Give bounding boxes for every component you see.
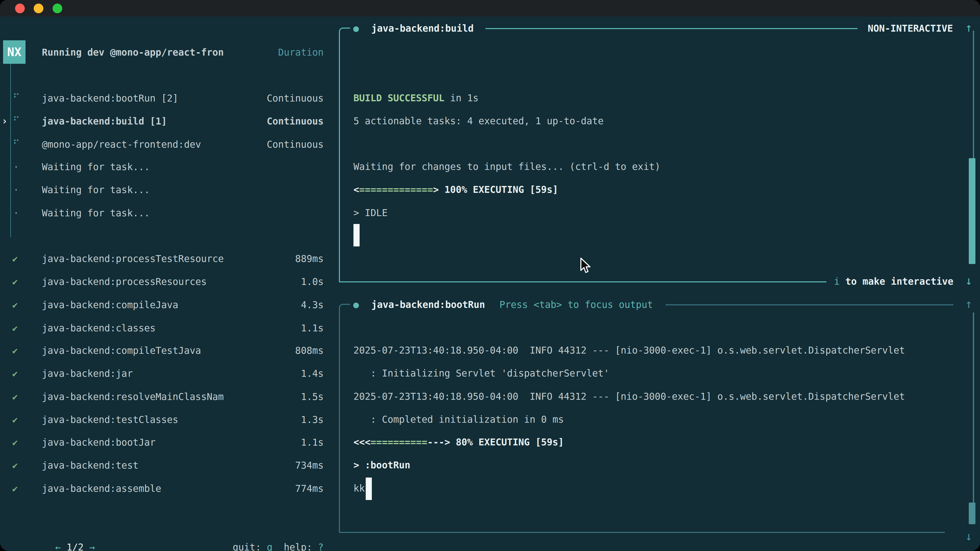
task-duration: 734ms xyxy=(295,460,324,471)
progress-bar-fill: ========== xyxy=(371,437,428,448)
task-row-build-selected[interactable]: › ⠋ java-backend:build [1] Continuous xyxy=(0,110,339,133)
check-icon: ✔ xyxy=(12,300,18,310)
completed-task-row[interactable]: ✔ java-backend:assemble 774ms xyxy=(0,477,339,500)
waiting-bullet-icon: · xyxy=(13,184,19,195)
task-name: java-backend:processResources xyxy=(42,276,207,287)
waiting-task-row: · Waiting for task... xyxy=(0,202,339,224)
task-row-bootrun[interactable]: ⠋ java-backend:bootRun [2] Continuous xyxy=(0,87,339,110)
quit-label: quit: xyxy=(233,542,261,551)
waiting-label: Waiting for task... xyxy=(42,184,150,195)
task-row-frontend-dev[interactable]: ⠋ @mono-app/react-frontend:dev Continuou… xyxy=(0,133,339,156)
page-indicator: 1/2 xyxy=(67,542,84,551)
bottom-pane-status-dot: ● xyxy=(353,298,359,311)
quit-key[interactable]: q xyxy=(267,542,272,551)
check-icon: ✔ xyxy=(12,323,18,333)
task-duration: 1.1s xyxy=(301,323,324,333)
bootrun-progress-line: <<<==========---> 80% EXECUTING [59s] xyxy=(353,436,564,449)
check-icon: ✔ xyxy=(12,414,18,425)
completed-task-row[interactable]: ✔ java-backend:testClasses 1.3s xyxy=(0,408,339,431)
bootrun-prompt-line: > :bootRun xyxy=(353,459,410,472)
completed-task-row[interactable]: ✔ java-backend:compileJava 4.3s xyxy=(0,293,339,316)
actionable-tasks-line: 5 actionable tasks: 4 executed, 1 up-to-… xyxy=(353,114,604,128)
log-line: 2025-07-23T13:40:18.950-04:00 INFO 44312… xyxy=(353,344,905,357)
top-pane-title[interactable]: java-backend:build xyxy=(371,22,474,35)
task-name: @mono-app/react-frontend:dev xyxy=(42,139,201,150)
check-icon: ✔ xyxy=(12,460,18,471)
idle-line: > IDLE xyxy=(353,206,388,220)
bottom-pane-scrollbar-thumb[interactable] xyxy=(969,503,975,524)
task-status: Continuous xyxy=(267,139,324,150)
page-indicator xyxy=(61,542,67,551)
task-name: java-backend:assemble xyxy=(42,483,161,494)
completed-task-row[interactable]: ✔ java-backend:jar 1.4s xyxy=(0,362,339,385)
top-pane-scroll-up-icon[interactable]: ↑ xyxy=(965,21,972,34)
task-name: java-backend:testClasses xyxy=(42,414,178,425)
waiting-bullet-icon: · xyxy=(13,162,19,172)
spinner-icon: ⠋ xyxy=(13,116,20,125)
top-pane-header-line xyxy=(485,28,858,29)
bottom-pane-left-border xyxy=(339,313,340,532)
interactive-hint-key[interactable]: i xyxy=(834,276,840,287)
zoom-button[interactable] xyxy=(52,3,62,13)
top-pane-scrollbar-thumb[interactable] xyxy=(969,158,975,264)
bottom-pane-scrollbar-track[interactable] xyxy=(973,313,974,503)
check-icon: ✔ xyxy=(12,276,18,287)
focus-output-hint: Press <tab> to focus output xyxy=(500,298,653,311)
top-pane-mode-badge: NON-INTERACTIVE xyxy=(868,22,953,35)
spinner-icon: ⠋ xyxy=(13,139,20,148)
build-progress-line: <=============> 100% EXECUTING [59s] xyxy=(353,183,558,197)
completed-task-row[interactable]: ✔ java-backend:resolveMainClassNam 1.5s xyxy=(0,385,339,408)
build-result-line: BUILD SUCCESSFUL in 1s xyxy=(353,92,479,105)
top-pane-scroll-down-icon[interactable]: ↓ xyxy=(965,274,972,287)
top-pane-scrollbar-track[interactable] xyxy=(973,30,974,158)
terminal-cursor xyxy=(366,478,372,500)
completed-task-row[interactable]: ✔ java-backend:test 734ms xyxy=(0,454,339,477)
task-duration: 889ms xyxy=(295,253,324,264)
task-name: java-backend:processTestResource xyxy=(42,253,224,264)
task-duration: 1.3s xyxy=(301,414,324,425)
log-line-wrap: : Completed initialization in 0 ms xyxy=(353,413,564,426)
completed-task-row[interactable]: ✔ java-backend:classes 1.1s xyxy=(0,317,339,340)
minimize-button[interactable] xyxy=(34,3,43,13)
help-key[interactable]: ? xyxy=(318,542,324,551)
task-status: Continuous xyxy=(267,116,324,127)
check-icon: ✔ xyxy=(12,483,18,494)
interactive-hint: i to make interactive xyxy=(834,275,953,288)
duration-column-header: Duration xyxy=(278,47,324,58)
build-successful-text: BUILD SUCCESSFUL xyxy=(353,93,444,103)
bottom-pane-header-line xyxy=(666,304,953,305)
sidebar-footer: ← 1/2 → quit: q help: ? xyxy=(0,523,339,546)
bottom-pane-corner xyxy=(339,304,350,315)
sidebar-header: Running dev @mono-app/react-fron Duratio… xyxy=(0,41,339,64)
spinner-icon: ⠋ xyxy=(13,93,20,102)
top-pane-status-dot: ● xyxy=(353,22,359,35)
log-line-wrap: : Initializing Servlet 'dispatcherServle… xyxy=(353,367,609,380)
nx-tui-app: NX Running dev @mono-app/react-fron Dura… xyxy=(0,17,980,551)
bottom-pane-title[interactable]: java-backend:bootRun xyxy=(371,298,485,311)
help-label: help: xyxy=(284,542,312,551)
next-page-arrow[interactable]: → xyxy=(89,542,95,551)
completed-task-row[interactable]: ✔ java-backend:bootJar 1.1s xyxy=(0,431,339,454)
bottom-pane-scroll-down-icon[interactable]: ↓ xyxy=(965,530,972,543)
completed-task-row[interactable]: ✔ java-backend:compileTestJava 808ms xyxy=(0,339,339,362)
check-icon: ✔ xyxy=(12,345,18,356)
task-name: java-backend:compileTestJava xyxy=(42,345,201,356)
waiting-task-row: · Waiting for task... xyxy=(0,178,339,201)
task-duration: 1.5s xyxy=(301,391,324,402)
log-line: 2025-07-23T13:40:18.950-04:00 INFO 44312… xyxy=(353,390,905,403)
bottom-pane-scroll-up-icon[interactable]: ↑ xyxy=(965,297,972,310)
waiting-label: Waiting for task... xyxy=(42,162,150,172)
check-icon: ✔ xyxy=(12,254,18,264)
prev-page-arrow[interactable]: ← xyxy=(55,542,61,551)
task-status: Continuous xyxy=(267,93,324,104)
task-name: java-backend:test xyxy=(42,460,138,471)
terminal-input-text[interactable]: kk xyxy=(353,482,365,495)
task-duration: 774ms xyxy=(295,483,324,494)
completed-task-row[interactable]: ✔ java-backend:processResources 1.0s xyxy=(0,270,339,293)
waiting-task-row: · Waiting for task... xyxy=(0,156,339,178)
close-button[interactable] xyxy=(15,3,25,13)
progress-bar-fill: ============= xyxy=(359,184,433,195)
completed-task-row[interactable]: ✔ java-backend:processTestResource 889ms xyxy=(0,247,339,270)
top-pane-left-border xyxy=(339,37,340,281)
task-name: java-backend:build [1] xyxy=(42,116,167,127)
